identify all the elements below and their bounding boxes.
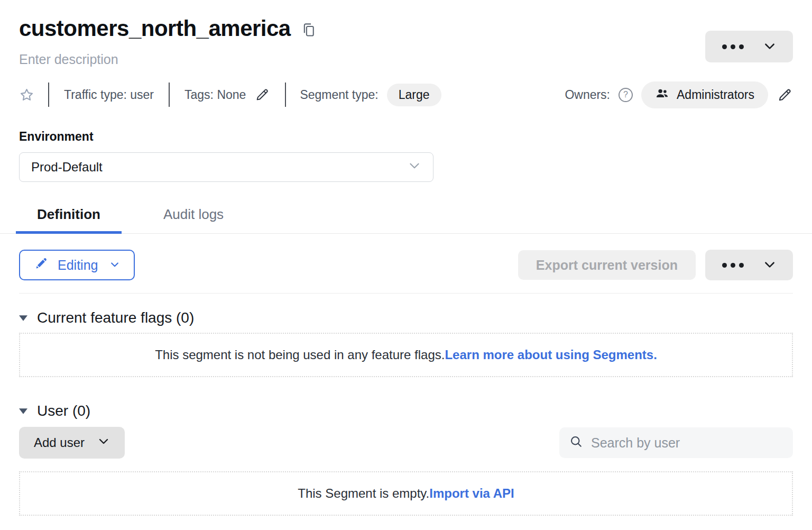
add-user-label: Add user [34,435,85,450]
user-search [559,427,793,458]
help-question-icon[interactable]: ? [619,88,633,102]
export-current-version-button[interactable]: Export current version [518,250,696,280]
search-by-user-input[interactable] [591,435,783,451]
search-icon [569,434,584,451]
add-user-button[interactable]: Add user [19,427,125,459]
chevron-down-icon [97,435,110,451]
tab-definition[interactable]: Definition [16,200,122,233]
user-empty-message: This Segment is empty. [298,486,429,501]
favorite-star-icon[interactable] [19,87,34,103]
description-placeholder[interactable]: Enter description [19,52,118,67]
edit-tags-pencil-icon[interactable] [254,87,270,103]
environment-select[interactable]: Prod-Default [19,152,433,182]
divider [48,83,49,107]
edit-owners-pencil-icon[interactable] [777,87,793,103]
page-title: customers_north_america [19,16,291,41]
tags-label: Tags: None [184,88,246,102]
pencil-filled-icon [34,257,48,274]
tags-item: Tags: None [184,87,270,103]
collapse-triangle-icon [19,408,27,414]
definition-toolbar: Editing Export current version [19,250,793,280]
toolbar-more-options-button[interactable] [705,250,793,280]
environment-label: Environment [19,130,793,144]
chevron-down-icon [763,258,777,273]
user-empty-state: This Segment is empty. Import via API [19,471,793,516]
owners-label: Owners: [565,88,610,102]
user-section-header[interactable]: User (0) [19,403,90,419]
tab-audit-logs[interactable]: Audit logs [147,200,240,233]
feature-flags-section-header[interactable]: Current feature flags (0) [19,309,194,326]
owners-value: Administrators [677,88,754,102]
meta-row: Traffic type: user Tags: None Segment ty… [19,81,793,108]
feature-flags-empty-state: This segment is not being used in any fe… [19,333,793,377]
chevron-down-icon [408,159,421,176]
feature-flags-section-title: Current feature flags (0) [37,309,194,326]
import-via-api-link[interactable]: Import via API [429,486,514,501]
chevron-down-icon [109,258,120,273]
divider [169,83,170,107]
editing-label: Editing [58,258,98,273]
divider [285,83,286,107]
tab-bar: Definition Audit logs [0,200,812,234]
traffic-type-label: Traffic type: user [64,88,154,102]
segment-type-item: Segment type: Large [300,84,441,106]
chevron-down-icon [763,39,777,54]
environment-section: Environment Prod-Default [19,130,793,182]
toolbar-right: Export current version [518,250,793,280]
people-group-icon [655,86,669,104]
environment-selected-value: Prod-Default [31,160,103,175]
user-controls: Add user [19,427,793,459]
collapse-triangle-icon [19,315,27,321]
copy-icon[interactable] [301,22,316,39]
more-options-icon [722,44,744,49]
editing-mode-button[interactable]: Editing [19,250,135,280]
owners-item: Owners: ? Administrators [565,81,793,108]
header-more-options-button[interactable] [705,31,793,62]
more-options-icon [722,263,744,268]
user-section-title: User (0) [37,403,90,419]
header: customers_north_america [19,14,793,43]
segment-type-label: Segment type: [300,88,378,102]
learn-more-link[interactable]: Learn more about using Segments. [445,348,657,362]
segment-detail-page: customers_north_america Enter descriptio… [0,14,812,530]
feature-flags-empty-message: This segment is not being used in any fe… [155,348,445,362]
segment-type-badge: Large [387,84,441,106]
divider [19,293,793,294]
owners-chip[interactable]: Administrators [641,81,768,108]
